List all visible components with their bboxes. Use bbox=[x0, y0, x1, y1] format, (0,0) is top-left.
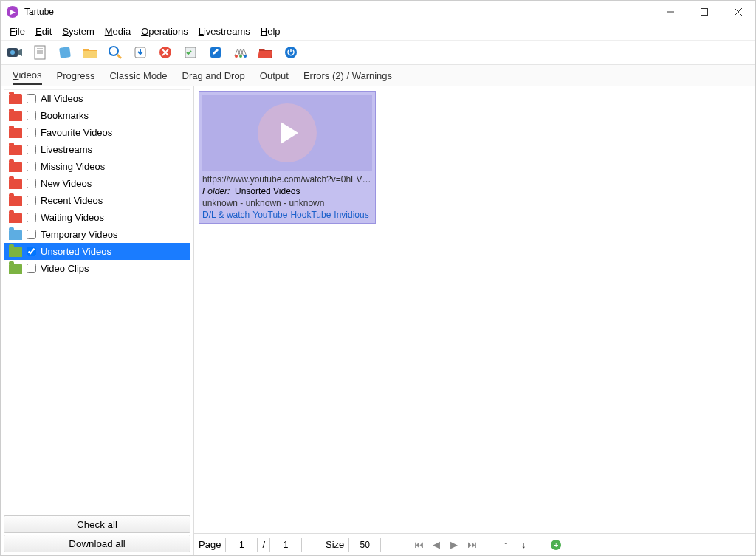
close-button[interactable] bbox=[721, 1, 755, 23]
folder-icon bbox=[9, 213, 22, 223]
document-icon[interactable] bbox=[32, 44, 48, 61]
cancel-icon[interactable] bbox=[157, 44, 173, 61]
menu-edit[interactable]: Edit bbox=[31, 24, 56, 38]
tab-errors-warnings[interactable]: Errors (2) / Warnings bbox=[303, 67, 392, 84]
folder-checkbox[interactable] bbox=[27, 128, 36, 137]
page-total[interactable] bbox=[269, 538, 302, 552]
window-title: Tartube bbox=[24, 7, 653, 17]
video-card[interactable]: 🌐 ⚠️ https://www.youtube.com/watch?v=0hF… bbox=[199, 91, 376, 224]
svg-rect-1 bbox=[701, 9, 708, 16]
folder-checkbox[interactable] bbox=[27, 94, 36, 103]
tab-progress[interactable]: Progress bbox=[57, 67, 95, 84]
menu-livestreams[interactable]: Livestreams bbox=[194, 24, 255, 38]
add-button[interactable]: + bbox=[551, 540, 561, 550]
svg-point-22 bbox=[244, 55, 247, 58]
folder-checkbox[interactable] bbox=[27, 111, 36, 120]
down-button[interactable]: ↓ bbox=[517, 539, 530, 550]
up-button[interactable]: ↑ bbox=[499, 539, 512, 550]
folder-label: Missing Videos bbox=[41, 161, 105, 172]
folder-checkbox[interactable] bbox=[27, 162, 36, 171]
folder-checkbox[interactable] bbox=[27, 145, 36, 154]
folder-livestreams[interactable]: Livestreams bbox=[4, 141, 190, 158]
size-input[interactable] bbox=[348, 538, 381, 552]
main-panel: 🌐 ⚠️ https://www.youtube.com/watch?v=0hF… bbox=[194, 86, 755, 555]
title-bar: ▶ Tartube bbox=[1, 1, 755, 23]
open-folder-icon[interactable] bbox=[258, 44, 274, 61]
svg-line-13 bbox=[117, 55, 121, 58]
svg-point-20 bbox=[235, 55, 238, 58]
folder-label: Video Clips bbox=[41, 263, 89, 274]
next-page-button[interactable]: ▶ bbox=[447, 539, 461, 550]
folder-unsorted-videos[interactable]: Unsorted Videos bbox=[4, 243, 190, 260]
tab-output[interactable]: Output bbox=[260, 67, 289, 84]
page-label: Page bbox=[199, 539, 221, 550]
video-link-youtube[interactable]: YouTube bbox=[252, 210, 287, 220]
menu-operations[interactable]: Operations bbox=[137, 24, 193, 38]
minimize-button[interactable] bbox=[653, 1, 687, 23]
folder-checkbox[interactable] bbox=[27, 213, 36, 222]
folder-checkbox[interactable] bbox=[27, 247, 36, 256]
app-icon: ▶ bbox=[7, 6, 18, 18]
folder-missing-videos[interactable]: Missing Videos bbox=[4, 158, 190, 175]
maximize-button[interactable] bbox=[687, 1, 721, 23]
video-link-d-l-watch[interactable]: D/L & watch bbox=[202, 210, 250, 220]
video-meta: unknown - unknown - unknown bbox=[202, 198, 372, 208]
folder-label: Temporary Videos bbox=[41, 229, 118, 240]
folder-label: Favourite Videos bbox=[41, 127, 112, 138]
tab-classic-mode[interactable]: Classic Mode bbox=[110, 67, 168, 84]
folder-icon bbox=[9, 128, 22, 138]
first-page-button[interactable]: ⏮ bbox=[412, 539, 425, 550]
prev-page-button[interactable]: ◀ bbox=[430, 539, 443, 550]
edit-icon[interactable] bbox=[207, 44, 224, 61]
search-icon[interactable] bbox=[107, 44, 123, 61]
tab-videos[interactable]: Videos bbox=[13, 66, 42, 85]
palette-icon[interactable] bbox=[233, 44, 249, 61]
folder-tree: All VideosBookmarksFavourite VideosLives… bbox=[4, 89, 190, 512]
power-icon[interactable] bbox=[283, 44, 299, 61]
menu-system[interactable]: System bbox=[58, 24, 98, 38]
folder-all-videos[interactable]: All Videos bbox=[4, 90, 190, 107]
folder-label: Bookmarks bbox=[41, 110, 89, 121]
checklist-icon[interactable] bbox=[182, 44, 199, 61]
svg-point-12 bbox=[109, 47, 118, 55]
svg-point-21 bbox=[239, 55, 242, 58]
tab-bar: VideosProgressClassic ModeDrag and DropO… bbox=[1, 64, 755, 86]
folder-label: Recent Videos bbox=[41, 195, 103, 206]
menu-file[interactable]: File bbox=[5, 24, 30, 38]
folder-icon bbox=[9, 94, 22, 104]
download-all-button[interactable]: Download all bbox=[4, 535, 190, 552]
camera-icon[interactable] bbox=[7, 44, 23, 61]
video-link-hooktube[interactable]: HookTube bbox=[290, 210, 331, 220]
pager: Page / Size ⏮ ◀ ▶ ⏭ ↑ ↓ + bbox=[194, 533, 755, 555]
video-link-invidious[interactable]: Invidious bbox=[334, 210, 368, 220]
page-separator: / bbox=[262, 539, 265, 550]
folder-checkbox[interactable] bbox=[27, 230, 36, 239]
folder-checkbox[interactable] bbox=[27, 264, 36, 273]
folder-waiting-videos[interactable]: Waiting Videos bbox=[4, 209, 190, 226]
video-folder: Folder: Unsorted Videos bbox=[202, 186, 372, 196]
folder-video-clips[interactable]: Video Clips bbox=[4, 260, 190, 277]
folder-bookmarks[interactable]: Bookmarks bbox=[4, 107, 190, 124]
content-area: All VideosBookmarksFavourite VideosLives… bbox=[1, 86, 755, 555]
note-icon[interactable] bbox=[57, 44, 73, 61]
folder-icon bbox=[9, 247, 22, 257]
menu-media[interactable]: Media bbox=[100, 24, 135, 38]
download-icon[interactable] bbox=[132, 44, 148, 61]
video-url: https://www.youtube.com/watch?v=0hFVL... bbox=[202, 174, 372, 185]
folder-favourite-videos[interactable]: Favourite Videos bbox=[4, 124, 190, 141]
tab-drag-and-drop[interactable]: Drag and Drop bbox=[182, 67, 245, 84]
menu-bar: FileEditSystemMediaOperationsLivestreams… bbox=[1, 23, 755, 41]
page-input[interactable] bbox=[225, 538, 258, 552]
video-thumbnail bbox=[202, 95, 372, 171]
check-all-button[interactable]: Check all bbox=[4, 515, 190, 533]
folder-temporary-videos[interactable]: Temporary Videos bbox=[4, 226, 190, 243]
menu-help[interactable]: Help bbox=[256, 24, 285, 38]
folder-icon bbox=[9, 145, 22, 155]
folder-new-videos[interactable]: New Videos bbox=[4, 175, 190, 192]
folder-recent-videos[interactable]: Recent Videos bbox=[4, 192, 190, 209]
last-page-button[interactable]: ⏭ bbox=[465, 539, 478, 550]
folder-label: Waiting Videos bbox=[41, 212, 104, 223]
folder-icon[interactable] bbox=[82, 44, 98, 61]
folder-checkbox[interactable] bbox=[27, 179, 36, 188]
folder-checkbox[interactable] bbox=[27, 196, 36, 205]
